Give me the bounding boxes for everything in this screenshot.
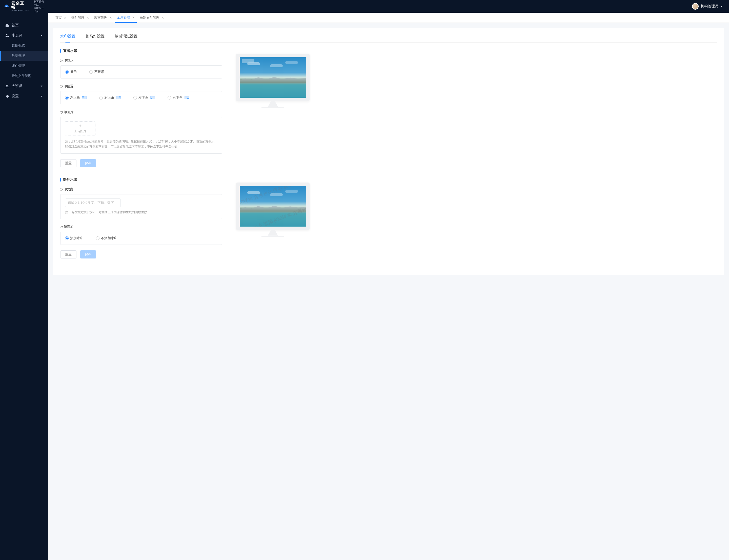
radio-display-hide[interactable]: 不显示 bbox=[89, 70, 104, 74]
home-icon bbox=[5, 23, 9, 27]
field-label-text: 水印文案 bbox=[60, 187, 222, 192]
nav-home[interactable]: 首页 bbox=[0, 20, 48, 30]
panel: 水印设置 跑马灯设置 敏感词汇设置 直播水印 水印显示 显示 不显示 bbox=[53, 28, 724, 275]
save-button[interactable]: 保存 bbox=[80, 250, 96, 258]
tab-home[interactable]: 首页✕ bbox=[53, 13, 68, 23]
tab-global[interactable]: 全局管理✕ bbox=[115, 13, 137, 23]
watermark-text-input[interactable] bbox=[65, 198, 121, 207]
close-icon[interactable]: ✕ bbox=[161, 16, 164, 19]
logo: 云朵直播 yunduoketang.com 教育机构一站 式服务云平台 bbox=[0, 0, 48, 13]
user-menu[interactable]: 机构管理员 bbox=[692, 3, 723, 10]
users-group-icon bbox=[5, 84, 9, 88]
topbar: 机构管理员 bbox=[48, 0, 729, 13]
radio-icon bbox=[65, 70, 69, 74]
brand-name: 云朵直播 bbox=[11, 1, 29, 9]
upload-box: + 上传图片 注：水印只支持png格式图片，且必须为透明底。建议最佳图片尺寸：1… bbox=[60, 117, 222, 154]
text-input-box: 注：若设置为添加水印，对直播上传的课件和生成的回放生效 bbox=[60, 194, 222, 219]
corner-swatch-icon bbox=[116, 96, 121, 99]
reset-button[interactable]: 重置 bbox=[60, 250, 76, 258]
field-label-add: 水印添加 bbox=[60, 225, 222, 229]
field-label-display: 水印显示 bbox=[60, 58, 222, 63]
radio-pos-bl[interactable]: 左下角 bbox=[133, 95, 155, 100]
svg-point-2 bbox=[7, 34, 8, 35]
radio-icon bbox=[99, 96, 103, 99]
close-icon[interactable]: ✕ bbox=[109, 16, 112, 19]
watermark-position-preview bbox=[242, 59, 254, 63]
chevron-down-icon bbox=[40, 85, 43, 88]
nav-settings[interactable]: 设置 bbox=[0, 91, 48, 101]
radio-pos-br[interactable]: 右下角 bbox=[168, 95, 189, 100]
upload-button[interactable]: + 上传图片 bbox=[65, 121, 95, 135]
subtab-sensitive[interactable]: 敏感词汇设置 bbox=[115, 34, 137, 42]
brand-domain: yunduoketang.com bbox=[11, 9, 29, 12]
nav-small-class[interactable]: 小班课 bbox=[0, 30, 48, 41]
logo-divider bbox=[31, 3, 31, 9]
subtab-watermark[interactable]: 水印设置 bbox=[60, 34, 75, 42]
corner-swatch-icon bbox=[82, 96, 87, 99]
section-title-courseware: 课件水印 bbox=[60, 177, 222, 182]
avatar bbox=[692, 3, 699, 10]
radio-icon bbox=[65, 236, 69, 240]
radio-icon bbox=[168, 96, 171, 99]
radio-pos-tr[interactable]: 右上角 bbox=[99, 95, 121, 100]
tab-courseware[interactable]: 课件管理✕ bbox=[69, 13, 91, 23]
save-button[interactable]: 保存 bbox=[80, 159, 96, 167]
svg-point-1 bbox=[6, 34, 7, 35]
radio-icon bbox=[65, 96, 69, 99]
corner-swatch-icon bbox=[185, 96, 189, 99]
upload-hint: 注：水印只支持png格式图片，且必须为透明底。建议最佳图片尺寸：174*80，大… bbox=[65, 139, 217, 149]
close-icon[interactable]: ✕ bbox=[87, 16, 89, 19]
close-icon[interactable]: ✕ bbox=[132, 16, 135, 19]
sub-tabs: 水印设置 跑马灯设置 敏感词汇设置 bbox=[60, 34, 717, 43]
svg-point-3 bbox=[6, 85, 7, 86]
gear-icon bbox=[5, 94, 9, 98]
reset-button[interactable]: 重置 bbox=[60, 159, 76, 167]
radio-icon bbox=[96, 236, 99, 240]
radio-pos-tl[interactable]: 左上角 bbox=[65, 95, 87, 100]
subtab-marquee[interactable]: 跑马灯设置 bbox=[86, 34, 105, 42]
field-label-image: 水印图片 bbox=[60, 110, 222, 114]
tab-classroom[interactable]: 教室管理✕ bbox=[92, 13, 114, 23]
preview-monitor-courseware: 直播水印样本 直播水印样本 直播水印样本 直播水印样本 直播水印样本 直播水印样… bbox=[236, 183, 310, 237]
radio-add-yes[interactable]: 添加水印 bbox=[65, 236, 83, 241]
content-scroll[interactable]: 水印设置 跑马灯设置 敏感词汇设置 直播水印 水印显示 显示 不显示 bbox=[48, 23, 729, 560]
tab-recording[interactable]: 录制文件管理✕ bbox=[138, 13, 166, 23]
nav: 首页 小班课 数据概览 教室管理 课件管理 录制文件管理 大班课 设置 bbox=[0, 13, 48, 101]
radio-icon bbox=[89, 70, 93, 74]
radio-add-no[interactable]: 不添加水印 bbox=[96, 236, 117, 241]
field-label-position: 水印位置 bbox=[60, 84, 222, 89]
radio-display-show[interactable]: 显示 bbox=[65, 70, 77, 74]
cloud-logo-icon bbox=[4, 3, 9, 10]
chevron-up-icon bbox=[40, 34, 43, 37]
radio-icon bbox=[133, 96, 137, 99]
sidebar: 云朵直播 yunduoketang.com 教育机构一站 式服务云平台 首页 小… bbox=[0, 0, 48, 560]
chevron-down-icon bbox=[40, 95, 43, 98]
svg-point-4 bbox=[7, 85, 8, 86]
text-hint: 注：若设置为添加水印，对直播上传的课件和生成的回放生效 bbox=[65, 210, 217, 215]
chevron-down-icon bbox=[720, 5, 723, 8]
tabs-bar: 首页✕ 课件管理✕ 教室管理✕ 全局管理✕ 录制文件管理✕ bbox=[48, 13, 729, 23]
nav-recording-mgmt[interactable]: 录制文件管理 bbox=[0, 71, 48, 81]
nav-classroom-mgmt[interactable]: 教室管理 bbox=[0, 51, 48, 61]
nav-courseware-mgmt[interactable]: 课件管理 bbox=[0, 61, 48, 71]
section-title-live: 直播水印 bbox=[60, 49, 222, 53]
preview-monitor-live bbox=[236, 54, 310, 108]
position-options: 左上角 右上角 左下角 右下角 bbox=[60, 91, 222, 104]
username: 机构管理员 bbox=[701, 4, 718, 9]
corner-swatch-icon bbox=[150, 96, 155, 99]
display-options: 显示 不显示 bbox=[60, 65, 222, 78]
brand-tagline: 教育机构一站 式服务云平台 bbox=[34, 0, 44, 13]
add-options: 添加水印 不添加水印 bbox=[60, 232, 222, 245]
main: 首页✕ 课件管理✕ 教室管理✕ 全局管理✕ 录制文件管理✕ 水印设置 跑马灯设置… bbox=[48, 0, 729, 560]
users-icon bbox=[5, 33, 9, 37]
nav-data-overview[interactable]: 数据概览 bbox=[0, 41, 48, 51]
close-icon[interactable]: ✕ bbox=[64, 16, 66, 19]
plus-icon: + bbox=[79, 124, 82, 128]
nav-big-class[interactable]: 大班课 bbox=[0, 81, 48, 91]
